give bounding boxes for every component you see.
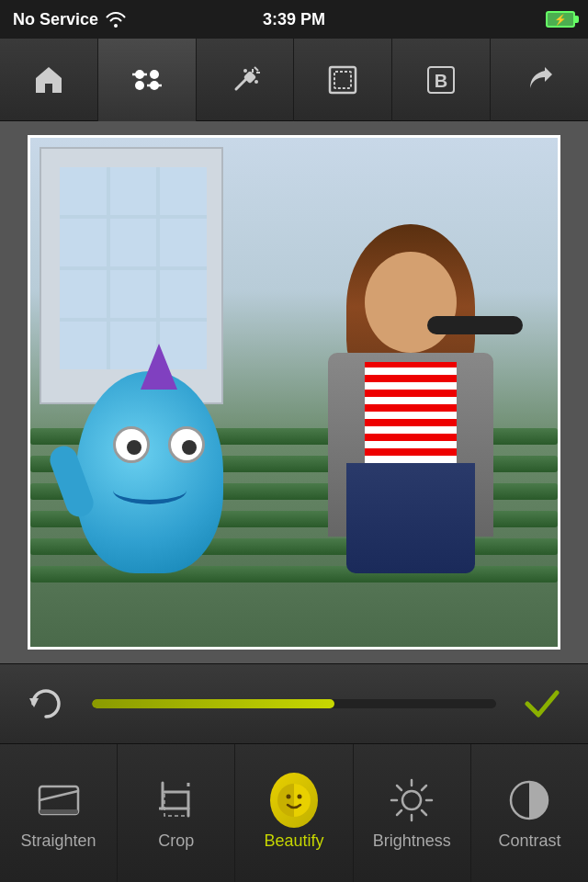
svg-line-34 — [422, 786, 426, 790]
toolbar-frame-button[interactable] — [294, 39, 392, 121]
svg-point-26 — [298, 794, 302, 798]
undo-button[interactable] — [18, 676, 74, 731]
crop-icon — [153, 776, 200, 824]
toolbar-share-button[interactable] — [491, 39, 588, 121]
frame-icon — [324, 62, 361, 98]
confirm-button[interactable] — [514, 676, 570, 731]
svg-line-32 — [397, 786, 401, 790]
sunglasses — [427, 316, 523, 334]
bottom-beautify-button[interactable]: Beautify — [235, 744, 353, 882]
bottom-brightness-button[interactable]: Brightness — [354, 744, 471, 882]
toolbar-bold-button[interactable]: B — [392, 39, 491, 121]
contrast-icon — [505, 776, 553, 824]
monster-body — [76, 371, 223, 573]
svg-marker-17 — [29, 698, 39, 707]
svg-line-33 — [422, 810, 426, 815]
crop-label: Crop — [158, 831, 194, 851]
monster-smile — [113, 477, 187, 504]
person-face — [365, 252, 457, 353]
carrier-text: No Service — [13, 10, 98, 29]
svg-text:B: B — [435, 71, 447, 91]
person — [300, 224, 503, 573]
beautify-icon — [270, 776, 318, 824]
svg-rect-14 — [334, 72, 351, 88]
svg-line-35 — [397, 810, 401, 815]
monster-horn — [141, 344, 177, 390]
straighten-label: Straighten — [21, 831, 96, 851]
toolbar-adjust-button[interactable] — [98, 39, 197, 121]
undo-icon — [26, 684, 66, 724]
monster-toy — [58, 334, 242, 573]
brightness-label: Brightness — [373, 831, 451, 851]
bottom-toolbar: Straighten Crop — [0, 744, 588, 882]
straighten-icon — [35, 776, 83, 824]
time-display: 3:39 PM — [263, 10, 325, 29]
brightness-icon — [388, 776, 435, 824]
checkmark-icon — [522, 684, 562, 724]
svg-point-25 — [287, 794, 291, 798]
bottom-crop-button[interactable]: Crop — [118, 744, 235, 882]
svg-point-12 — [254, 80, 258, 84]
beautify-label: Beautify — [264, 831, 323, 851]
slider-track — [92, 699, 496, 708]
slider-area — [0, 663, 588, 744]
bottom-contrast-button[interactable]: Contrast — [471, 744, 588, 882]
home-icon — [30, 62, 67, 98]
status-bar: No Service 3:39 PM — [0, 0, 588, 39]
magic-icon — [227, 62, 264, 98]
monster-eye-left — [113, 426, 150, 463]
svg-line-19 — [40, 791, 78, 800]
svg-rect-23 — [164, 792, 188, 816]
battery-icon — [546, 11, 575, 28]
monster-eye-right — [168, 426, 205, 463]
svg-point-11 — [243, 69, 247, 73]
contrast-label: Contrast — [498, 831, 560, 851]
svg-rect-20 — [40, 809, 78, 814]
toolbar-home-button[interactable] — [0, 39, 98, 121]
slider-fill — [92, 699, 334, 708]
bold-icon: B — [423, 62, 459, 98]
adjust-icon — [129, 62, 165, 98]
svg-line-10 — [254, 67, 258, 71]
svg-point-1 — [150, 70, 159, 79]
svg-point-27 — [402, 791, 421, 809]
image-canvas[interactable] — [0, 121, 588, 663]
share-icon — [521, 62, 558, 98]
svg-point-2 — [135, 81, 144, 90]
brightness-slider[interactable] — [92, 695, 496, 713]
wifi-icon — [106, 11, 126, 28]
bottom-straighten-button[interactable]: Straighten — [0, 744, 118, 882]
photo-frame — [28, 135, 560, 650]
background-scene — [30, 138, 558, 647]
person-legs — [346, 463, 475, 573]
toolbar-magic-button[interactable] — [197, 39, 295, 121]
main-toolbar: B — [0, 39, 588, 121]
